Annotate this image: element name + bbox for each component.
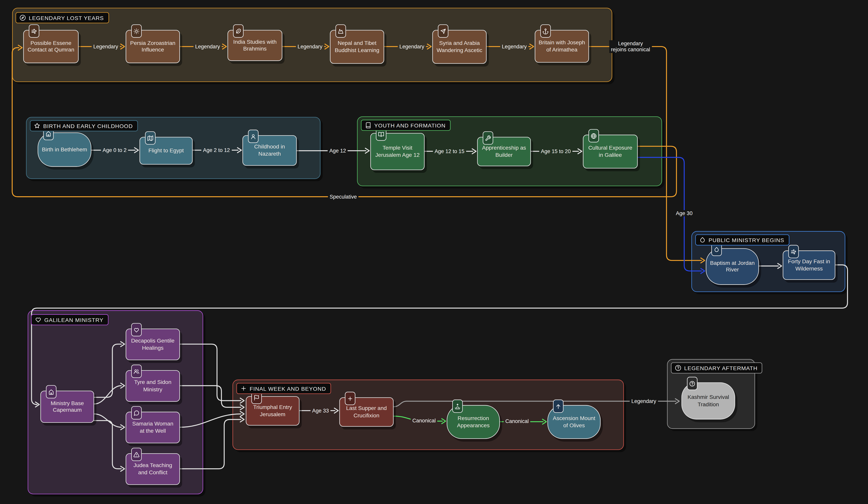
diagram-stage: LEGENDARY LOST YEARS BIRTH AND EARLY CHI…	[0, 0, 868, 504]
map-icon	[145, 131, 155, 144]
question-icon	[675, 365, 681, 371]
node-label: Cultural Exposure in Galilee	[587, 144, 634, 158]
feather-icon	[233, 24, 244, 38]
node-label: Temple Visit Jerusalem Age 12	[374, 144, 421, 158]
node-label: Birth in Bethlehem	[42, 146, 87, 153]
sunrise-icon	[452, 400, 463, 413]
node-syria[interactable]: Syria and Arabia Wandering Ascetic	[432, 30, 486, 64]
group-title: GALILEAN MINISTRY	[44, 317, 103, 323]
droplet-icon	[699, 236, 706, 243]
users-icon	[131, 365, 142, 378]
heart-icon	[35, 316, 42, 323]
node-label: Judea Teaching and Conflict	[130, 462, 176, 476]
question-icon	[687, 377, 698, 390]
node-label: Resurrection Appearances	[451, 415, 496, 429]
edge-label-age-12-15: Age 12 to 15	[433, 148, 466, 154]
home-icon	[46, 385, 56, 398]
node-resurrection[interactable]: Resurrection Appearances	[447, 405, 500, 439]
compass-icon	[19, 14, 26, 21]
node-triumphal-entry[interactable]: Triumphal Entry Jerusalem	[246, 396, 299, 425]
group-title: LEGENDARY AFTERMATH	[684, 365, 757, 371]
node-baptism[interactable]: Baptism at Jordan River	[706, 248, 759, 285]
node-nepal[interactable]: Nepal and Tibet Buddhist Learning	[330, 30, 384, 64]
node-temple[interactable]: Temple Visit Jerusalem Age 12	[370, 133, 424, 170]
node-last-supper[interactable]: Last Supper and Crucifixion	[339, 397, 393, 427]
group-header-final-week-and-beyond: FINAL WEEK AND BEYOND	[236, 383, 331, 394]
node-label: Triumphal Entry Jerusalem	[250, 404, 296, 418]
edge-label-canonical-2: Canonical	[504, 418, 530, 424]
node-samaria[interactable]: Samaria Woman at the Well	[126, 412, 180, 443]
node-persia[interactable]: Persia Zoroastrian Influence	[126, 30, 180, 63]
node-kashmir[interactable]: Kashmir Survival Tradition	[681, 382, 735, 420]
group-title: PUBLIC MINISTRY BEGINS	[709, 237, 784, 243]
node-label: Ministry Base Capernaum	[44, 400, 90, 414]
globe-icon	[589, 129, 599, 142]
node-label: Tyre and Sidon Ministry	[130, 379, 176, 393]
group-header-galilean-ministry: GALILEAN MINISTRY	[31, 314, 108, 325]
node-nazareth[interactable]: Childhood in Nazareth	[242, 135, 297, 166]
node-label: Ascension Mount of Olives	[551, 415, 597, 429]
group-header-legendary-lost-years: LEGENDARY LOST YEARS	[16, 12, 109, 23]
edge-label-speculative: Speculative	[328, 193, 359, 200]
group-title: FINAL WEEK AND BEYOND	[250, 385, 326, 392]
node-builder[interactable]: Apprenticeship as Builder	[477, 137, 531, 166]
group-header-legendary-aftermath: LEGENDARY AFTERMATH	[671, 362, 763, 373]
node-label: Forty Day Fast in Wilderness	[787, 258, 831, 272]
heart-icon	[131, 323, 142, 336]
node-capernaum[interactable]: Ministry Base Capernaum	[40, 391, 94, 423]
alert-triangle-icon	[131, 448, 142, 461]
node-forty-day-fast[interactable]: Forty Day Fast in Wilderness	[783, 250, 835, 280]
node-bethlehem[interactable]: Birth in Bethlehem	[38, 132, 91, 167]
node-egypt[interactable]: Flight to Egypt	[140, 137, 193, 164]
anchor-icon	[540, 24, 551, 38]
wind-icon	[29, 24, 39, 38]
mountain-icon	[335, 24, 346, 38]
edge-label-legendary-3: Legendary	[296, 43, 324, 50]
group-header-youth-and-formation: YOUTH AND FORMATION	[361, 120, 451, 131]
node-label: Possible Essene Contact at Qumran	[27, 40, 75, 53]
edge-label-legendary-rejoins-canonical: Legendary rejoins canonical	[609, 40, 652, 53]
node-label: Syria and Arabia Wandering Ascetic	[436, 40, 483, 54]
node-label: Britain with Joseph of Arimathea	[539, 39, 585, 53]
node-ascension[interactable]: Ascension Mount of Olives	[548, 405, 601, 439]
node-galilee[interactable]: Cultural Exposure in Galilee	[583, 135, 638, 169]
group-title: BIRTH AND EARLY CHILDHOOD	[43, 123, 133, 129]
edge-label-age-2-12: Age 2 to 12	[201, 147, 231, 153]
arrow-up-icon	[553, 400, 564, 413]
message-icon	[131, 406, 142, 420]
star-icon	[34, 122, 40, 129]
edge-label-canonical-1: Canonical	[411, 417, 437, 424]
edge-label-age-33: Age 33	[311, 407, 331, 414]
group-header-public-ministry-begins: PUBLIC MINISTRY BEGINS	[695, 234, 789, 245]
book-icon	[365, 122, 371, 129]
node-qumran[interactable]: Possible Essene Contact at Qumran	[23, 30, 79, 63]
node-decapolis[interactable]: Decapolis Gentile Healings	[126, 329, 180, 360]
wrench-icon	[483, 131, 493, 144]
group-header-birth-early-childhood: BIRTH AND EARLY CHILDHOOD	[30, 120, 138, 131]
node-britain[interactable]: Britain with Joseph of Arimathea	[535, 30, 589, 62]
edge-label-age-30: Age 30	[674, 210, 694, 216]
wind-icon	[788, 245, 799, 258]
edge-label-legendary-6: Legendary	[630, 398, 658, 404]
node-label: Nepal and Tibet Buddhist Learning	[334, 40, 380, 54]
node-judea[interactable]: Judea Teaching and Conflict	[126, 453, 180, 485]
sun-icon	[131, 24, 142, 38]
node-india[interactable]: India Studies with Brahmins	[227, 30, 282, 61]
group-title: YOUTH AND FORMATION	[374, 122, 446, 128]
node-label: Persia Zoroastrian Influence	[130, 40, 176, 53]
node-label: India Studies with Brahmins	[231, 39, 278, 52]
edge-label-age-15-20: Age 15 to 20	[539, 148, 572, 154]
edge-label-legendary-4: Legendary	[398, 43, 426, 50]
node-label: Samaria Woman at the Well	[130, 421, 176, 434]
node-label: Kashmir Survival Tradition	[685, 394, 731, 408]
edge-label-legendary-2: Legendary	[194, 43, 222, 50]
node-label: Baptism at Jordan River	[710, 260, 755, 273]
edge-label-legendary-1: Legendary	[92, 43, 120, 50]
node-tyre-sidon[interactable]: Tyre and Sidon Ministry	[126, 370, 180, 402]
node-label: Childhood in Nazareth	[246, 144, 293, 158]
plus-icon	[240, 385, 247, 392]
user-icon	[248, 130, 259, 143]
node-label: Apprenticeship as Builder	[481, 144, 527, 158]
send-icon	[438, 24, 448, 38]
group-title: LEGENDARY LOST YEARS	[29, 15, 104, 21]
